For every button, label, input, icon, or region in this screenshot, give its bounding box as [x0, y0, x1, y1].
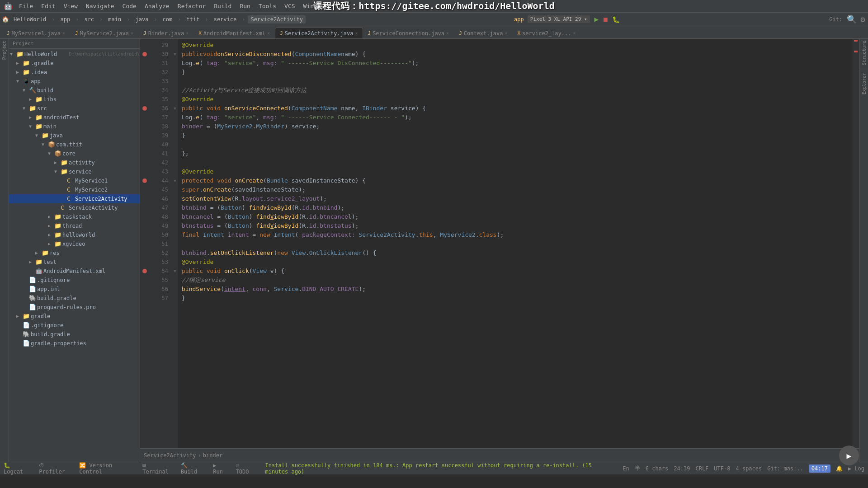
menu-run[interactable]: Run: [236, 2, 254, 10]
tree-item-helloworld-pkg[interactable]: ▶ 📁 helloworld: [9, 230, 140, 239]
status-encoding[interactable]: UTF-8: [714, 465, 730, 472]
tab-serviceconnection[interactable]: J ServiceConnection.java ×: [363, 28, 454, 38]
search-everywhere-icon[interactable]: 🔍: [847, 14, 857, 24]
debug-button[interactable]: 🐛: [612, 16, 620, 23]
tree-item-serviceactivity[interactable]: ▶ C ServiceActivity: [9, 203, 140, 212]
breadcrumb-main[interactable]: main: [105, 15, 124, 23]
status-versioncontrol[interactable]: 🔀 Version Control: [79, 462, 135, 475]
breadcrumb-method-service2activity[interactable]: Service2Activity: [144, 452, 196, 459]
status-logcat[interactable]: 🐛 Logcat: [4, 462, 32, 475]
fold-30[interactable]: ▼: [172, 50, 178, 59]
tab-service2layout[interactable]: X service2_lay... ×: [512, 28, 580, 38]
tab-context[interactable]: J Context.java ×: [454, 28, 512, 38]
tree-item-xgvideo[interactable]: ▶ 📁 xgvideo: [9, 239, 140, 249]
tab-close-context[interactable]: ×: [505, 31, 507, 36]
status-run[interactable]: ▶ Run: [213, 462, 228, 475]
tree-item-src[interactable]: ▼ 📁 src: [9, 104, 140, 113]
tree-item-helloworld[interactable]: ▼ 📁 HelloWorld D:\workspace\ttit\android…: [9, 50, 140, 59]
menu-vcs[interactable]: VCS: [281, 2, 298, 10]
status-linending[interactable]: CRLF: [695, 465, 708, 472]
tree-item-taskstack[interactable]: ▶ 📁 taskstack: [9, 212, 140, 221]
breadcrumb-service[interactable]: service: [211, 15, 240, 23]
tab-myservice1[interactable]: J MyService1.java ×: [2, 28, 70, 38]
tab-close-myservice2[interactable]: ×: [131, 31, 133, 36]
tree-item-myservice2[interactable]: ▶ C MyService2: [9, 185, 140, 194]
tab-service2activity[interactable]: J Service2Activity.java ×: [275, 28, 363, 38]
tree-item-service[interactable]: ▼ 📁 service: [9, 167, 140, 176]
bp-30[interactable]: [140, 50, 149, 59]
menu-analyze[interactable]: Analyze: [141, 2, 173, 10]
tree-item-gradle-hidden[interactable]: ▶ 📁 .gradle: [9, 59, 140, 68]
menu-code[interactable]: Code: [119, 2, 140, 10]
bp-36[interactable]: [140, 104, 149, 113]
status-half[interactable]: 半: [635, 465, 640, 472]
tree-item-libs[interactable]: ▶ 📁 libs: [9, 95, 140, 104]
left-tool-project[interactable]: Project: [2, 41, 7, 60]
menu-refactor[interactable]: Refactor: [174, 2, 210, 10]
tree-item-gradleprops[interactable]: ▶ 📄 gradle.properties: [9, 339, 140, 348]
tree-item-app[interactable]: ▼ 📱 app: [9, 77, 140, 86]
tree-item-thread[interactable]: ▶ 📁 thread: [9, 221, 140, 230]
tree-item-androidtest[interactable]: ▶ 📁 androidTest: [9, 113, 140, 122]
explorer-icon[interactable]: Explorer: [860, 73, 868, 94]
tree-item-gitignore-root[interactable]: ▶ 📄 .gitignore: [9, 321, 140, 330]
tree-item-gitignore-app[interactable]: ▶ 📄 .gitignore: [9, 276, 140, 285]
status-todo[interactable]: ☑ TODO: [236, 462, 254, 475]
menu-tools[interactable]: Tools: [255, 2, 280, 10]
tree-item-service2activity[interactable]: ▶ C Service2Activity: [9, 194, 140, 203]
breadcrumb-ttit[interactable]: ttit: [184, 15, 203, 23]
device-selector[interactable]: Pixel 3 XL API 29 ▾: [528, 15, 590, 23]
menu-file[interactable]: File: [15, 2, 37, 10]
fold-44[interactable]: ▼: [172, 176, 178, 185]
status-notifications[interactable]: 🔔: [836, 465, 843, 472]
status-indent[interactable]: 4 spaces: [736, 465, 762, 472]
status-lang[interactable]: En: [623, 465, 629, 472]
tree-item-core[interactable]: ▼ 📦 core: [9, 149, 140, 158]
code-content[interactable]: @Override public void onServiceDisconnec…: [178, 39, 853, 448]
breadcrumb-src[interactable]: src: [81, 15, 97, 23]
breadcrumb-helloworld[interactable]: HelloWorld: [11, 15, 49, 23]
floating-play-button[interactable]: ▶: [839, 446, 859, 465]
tab-close-service2activity[interactable]: ×: [355, 31, 358, 36]
tab-androidmanifest[interactable]: X AndroidManifest.xml ×: [193, 28, 275, 38]
status-git[interactable]: Git: mas...: [767, 465, 803, 472]
tab-myservice2[interactable]: J MyService2.java ×: [70, 28, 138, 38]
tab-close-androidmanifest[interactable]: ×: [267, 31, 270, 36]
tree-item-buildgradle-root[interactable]: ▶ 🐘 build.gradle: [9, 330, 140, 339]
menu-build[interactable]: Build: [210, 2, 235, 10]
breadcrumb-service2activity[interactable]: Service2Activity: [248, 15, 306, 23]
tree-item-androidmanifest[interactable]: ▶ 🤖 AndroidManifest.xml: [9, 267, 140, 276]
tree-item-buildgradle-app[interactable]: ▶ 🐘 build.gradle: [9, 294, 140, 303]
breadcrumb-com[interactable]: com: [160, 15, 175, 23]
bp-54[interactable]: [140, 267, 149, 276]
fold-36[interactable]: ▼: [172, 104, 178, 113]
settings-icon[interactable]: ⚙: [860, 14, 865, 24]
tree-item-appiml[interactable]: ▶ 📄 app.iml: [9, 285, 140, 294]
tree-item-activity[interactable]: ▶ 📁 activity: [9, 158, 140, 167]
breadcrumb-java[interactable]: java: [132, 15, 151, 23]
tree-item-java[interactable]: ▼ 📁 java: [9, 131, 140, 140]
tree-item-main[interactable]: ▼ 📁 main: [9, 122, 140, 131]
tree-item-test[interactable]: ▶ 📁 test: [9, 258, 140, 267]
tree-item-myservice1[interactable]: ▶ C MyService1: [9, 176, 140, 185]
status-log[interactable]: ▶ Log: [848, 465, 864, 472]
tab-close-binder[interactable]: ×: [186, 31, 189, 36]
tab-close-serviceconnection[interactable]: ×: [446, 31, 449, 36]
breadcrumb-method-binder[interactable]: binder: [203, 452, 222, 459]
status-profiler[interactable]: ⏱ Profiler: [39, 462, 72, 475]
run-button[interactable]: ▶: [594, 15, 599, 23]
tree-item-comttit[interactable]: ▼ 📦 com.ttit: [9, 140, 140, 149]
menu-view[interactable]: View: [60, 2, 81, 10]
breadcrumb-app[interactable]: app: [57, 15, 73, 23]
status-position[interactable]: 24:39: [674, 465, 690, 472]
menu-navigate[interactable]: Navigate: [82, 2, 118, 10]
stop-button[interactable]: ⏹: [602, 16, 609, 23]
tree-item-idea[interactable]: ▶ 📁 .idea: [9, 68, 140, 77]
tree-item-build[interactable]: ▼ 🔨 build: [9, 86, 140, 95]
tree-item-proguard[interactable]: ▶ 📄 proguard-rules.pro: [9, 303, 140, 312]
menu-edit[interactable]: Edit: [38, 2, 59, 10]
status-chars[interactable]: 6 chars: [646, 465, 669, 472]
status-build[interactable]: 🔨 Build: [181, 462, 206, 475]
fold-54[interactable]: ▼: [172, 267, 178, 276]
tab-close-myservice1[interactable]: ×: [62, 31, 65, 36]
